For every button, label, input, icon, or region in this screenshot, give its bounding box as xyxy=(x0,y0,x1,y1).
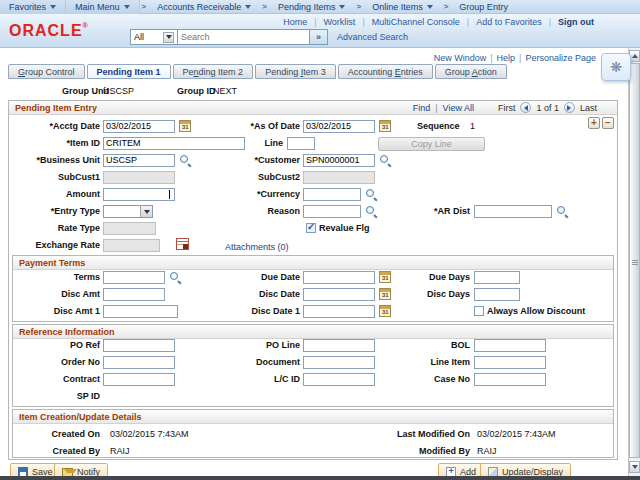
tab-pending-item-1[interactable]: Pending Item 1 xyxy=(87,64,171,79)
advanced-search-link[interactable]: Advanced Search xyxy=(337,32,408,42)
home-link[interactable]: Home xyxy=(276,17,314,27)
tab-accounting-entries[interactable]: Accounting Entries xyxy=(338,64,433,79)
new-window-link[interactable]: New Window xyxy=(434,53,487,63)
bol-label: BOL xyxy=(340,340,470,350)
previous-row-button[interactable] xyxy=(520,102,531,113)
copy-line-button[interactable]: Copy Line xyxy=(378,137,485,151)
breadcrumb-online-items[interactable]: Online Items xyxy=(363,0,442,14)
exchange-rate-detail-icon[interactable] xyxy=(176,238,189,250)
last-modified-on-label: Last Modified On xyxy=(340,429,470,439)
find-link[interactable]: Find xyxy=(413,103,431,113)
form-row: Order No Document Line Item xyxy=(0,356,640,370)
group-unit-value: USCSP xyxy=(103,86,134,96)
view-all-link[interactable]: View All xyxy=(443,103,474,113)
breadcrumb-pending-items[interactable]: Pending Items xyxy=(269,0,355,14)
section-title: Reference Information xyxy=(19,327,115,337)
next-row-button[interactable] xyxy=(564,102,575,113)
chevron-down-icon xyxy=(144,210,150,214)
tab-group-action[interactable]: Group Action xyxy=(435,64,507,79)
disc-amt-field[interactable] xyxy=(103,288,165,301)
disc-date-label: Disc Date xyxy=(190,289,300,299)
tab-pending-item-3[interactable]: Pending Item 3 xyxy=(255,64,336,79)
worklist-link[interactable]: Worklist xyxy=(317,17,363,27)
lookup-magnifier-icon[interactable] xyxy=(365,188,377,200)
created-on-value: 03/02/2015 7:43AM xyxy=(110,429,189,439)
amount-field[interactable] xyxy=(103,188,175,201)
breadcrumb-label: Pending Items xyxy=(278,2,336,12)
tab-pending-item-2[interactable]: Pending Item 2 xyxy=(173,64,254,79)
attachments-link[interactable]: Attachments (0) xyxy=(225,242,289,252)
line-field[interactable] xyxy=(287,137,315,150)
item-id-field[interactable]: CRITEM xyxy=(103,137,245,150)
sign-out-link[interactable]: Sign out xyxy=(551,17,594,27)
personalize-page-link[interactable]: Personalize Page xyxy=(525,53,596,63)
customer-field[interactable]: SPN0000001 xyxy=(303,154,375,167)
search-go-button[interactable]: » xyxy=(310,29,328,45)
form-row: SP ID xyxy=(0,390,640,404)
combo-dropdown-button[interactable] xyxy=(140,206,152,217)
thumb-gripper xyxy=(632,260,638,261)
terms-field[interactable] xyxy=(103,271,165,284)
bol-field[interactable] xyxy=(474,339,546,352)
last-modified-on-value: 03/02/2015 7:43AM xyxy=(477,429,556,439)
link-separator: | xyxy=(519,53,521,63)
due-days-field[interactable] xyxy=(474,271,520,284)
lookup-magnifier-icon[interactable] xyxy=(379,154,391,166)
chevron-down-icon xyxy=(50,5,56,9)
revalue-flg-checkbox[interactable] xyxy=(306,223,316,233)
order-no-field[interactable] xyxy=(103,356,175,369)
revalue-flg-label: Revalue Flg xyxy=(319,223,370,233)
scroll-down-button[interactable] xyxy=(629,461,640,473)
search-scope-select[interactable]: All xyxy=(130,29,178,45)
form-row: Created On 03/02/2015 7:43AM Last Modifi… xyxy=(0,428,640,442)
disc-days-label: Disc Days xyxy=(340,289,470,299)
lookup-magnifier-icon[interactable] xyxy=(169,271,181,283)
breadcrumb-favorites[interactable]: Favorites xyxy=(0,0,66,14)
reason-field[interactable] xyxy=(303,205,361,218)
search-input[interactable] xyxy=(178,29,310,45)
entry-type-select[interactable] xyxy=(103,205,153,218)
chevron-down-icon xyxy=(427,5,433,9)
disc-date-1-field[interactable] xyxy=(303,305,375,318)
business-unit-label: *Business Unit xyxy=(0,155,100,165)
scope-dropdown-button[interactable] xyxy=(163,32,174,43)
ar-dist-field[interactable] xyxy=(474,205,552,218)
last-label: Last xyxy=(580,103,597,113)
add-to-favorites-link[interactable]: Add to Favorites xyxy=(469,17,549,27)
case-no-field[interactable] xyxy=(474,373,546,386)
business-unit-field[interactable]: USCSP xyxy=(103,154,175,167)
po-ref-field[interactable] xyxy=(103,339,175,352)
breadcrumb-group-entry[interactable]: Group Entry xyxy=(450,0,517,14)
disc-amt-1-field[interactable] xyxy=(103,305,178,318)
breadcrumb-accounts-receivable[interactable]: Accounts Receivable xyxy=(148,0,260,14)
lc-id-label: L/C ID xyxy=(190,374,300,384)
contract-field[interactable] xyxy=(103,373,175,386)
vertical-scrollbar[interactable] xyxy=(628,48,640,480)
always-allow-discount-label: Always Allow Discount xyxy=(487,306,585,316)
created-by-value: RAIJ xyxy=(110,446,130,456)
always-allow-discount-checkbox[interactable] xyxy=(474,306,484,316)
disc-days-field[interactable] xyxy=(474,288,520,301)
chevron-down-icon xyxy=(339,5,345,9)
help-link[interactable]: Help xyxy=(497,53,516,63)
form-row: Contract L/C ID Case No xyxy=(0,373,640,387)
scrollbar-thumb[interactable] xyxy=(629,63,640,458)
rate-type-field xyxy=(103,222,156,235)
as-of-date-field[interactable]: 03/02/2015 xyxy=(303,120,375,133)
arrow-left-icon xyxy=(524,105,528,111)
calendar-icon[interactable] xyxy=(379,120,391,132)
acctg-date-field[interactable]: 03/02/2015 xyxy=(103,120,175,133)
lookup-magnifier-icon[interactable] xyxy=(556,205,568,217)
disc-date-1-label: Disc Date 1 xyxy=(190,306,300,316)
arrow-up-icon xyxy=(632,54,638,58)
sequence-value: 1 xyxy=(470,121,475,131)
form-row: PO Ref PO Line BOL xyxy=(0,339,640,353)
terms-label: Terms xyxy=(0,272,100,282)
calendar-icon[interactable] xyxy=(379,305,391,317)
currency-field[interactable] xyxy=(303,188,361,201)
form-row: Exchange Rate Attachments (0) xyxy=(0,239,640,253)
multichannel-console-link[interactable]: MultiChannel Console xyxy=(365,17,467,27)
breadcrumb-main-menu[interactable]: Main Menu xyxy=(66,0,140,14)
tab-group-control[interactable]: Group Control xyxy=(8,64,85,79)
line-item-field[interactable] xyxy=(474,356,546,369)
